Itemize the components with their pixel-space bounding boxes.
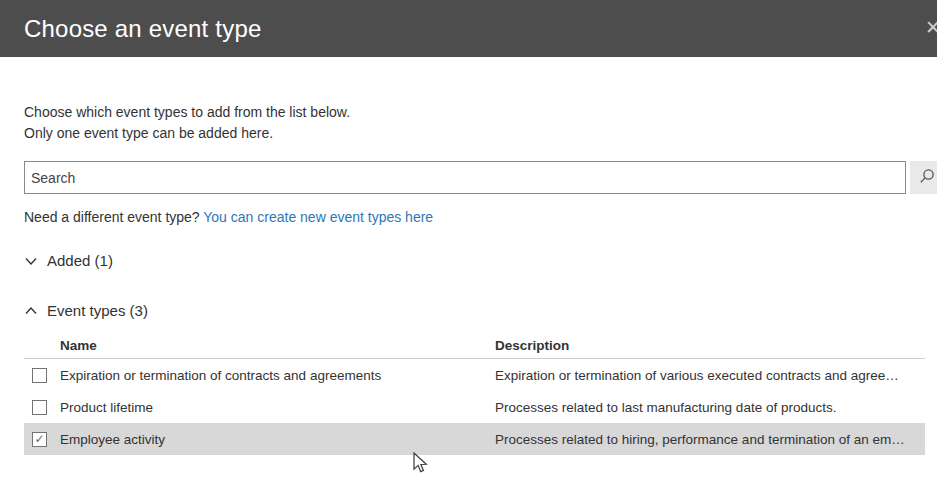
table-header: Name Description xyxy=(24,333,925,359)
close-icon: ✕ xyxy=(925,17,937,38)
row-checkbox[interactable]: ✓ xyxy=(32,368,47,383)
create-event-types-link[interactable]: You can create new event types here xyxy=(203,209,433,225)
search-row xyxy=(24,161,937,194)
search-icon xyxy=(919,168,935,187)
chevron-up-icon xyxy=(24,304,38,318)
row-checkbox[interactable]: ✓ xyxy=(32,400,47,415)
row-name: Expiration or termination of contracts a… xyxy=(60,368,495,383)
section-event-types-label: Event types (3) xyxy=(47,302,148,319)
row-name: Employee activity xyxy=(60,432,495,447)
description-column-header: Description xyxy=(495,338,925,353)
intro-line-1: Choose which event types to add from the… xyxy=(24,102,937,123)
help-line: Need a different event type? You can cre… xyxy=(24,209,937,225)
event-types-table: Name Description ✓ Expiration or termina… xyxy=(24,333,925,455)
choose-event-type-dialog: Choose an event type ✕ Choose which even… xyxy=(0,0,937,481)
name-column-header: Name xyxy=(60,338,495,353)
chevron-down-icon xyxy=(24,254,38,268)
table-row[interactable]: ✓ Product lifetime Processes related to … xyxy=(24,391,925,423)
intro-line-2: Only one event type can be added here. xyxy=(24,123,937,144)
search-input[interactable] xyxy=(24,161,906,194)
dialog-body: Choose which event types to add from the… xyxy=(0,102,937,455)
row-description: Expiration or termination of various exe… xyxy=(495,368,925,383)
close-button[interactable]: ✕ xyxy=(920,14,937,42)
section-added-label: Added (1) xyxy=(47,252,113,269)
table-row[interactable]: ✓ Employee activity Processes related to… xyxy=(24,423,925,455)
table-row[interactable]: ✓ Expiration or termination of contracts… xyxy=(24,359,925,391)
dialog-title: Choose an event type xyxy=(24,15,262,43)
mouse-cursor xyxy=(413,452,428,478)
intro-text: Choose which event types to add from the… xyxy=(24,102,937,144)
row-checkbox[interactable]: ✓ xyxy=(32,432,47,447)
dialog-header: Choose an event type ✕ xyxy=(0,0,937,57)
section-added[interactable]: Added (1) xyxy=(24,252,937,269)
section-event-types[interactable]: Event types (3) xyxy=(24,302,937,319)
row-description: Processes related to last manufacturing … xyxy=(495,400,925,415)
row-description: Processes related to hiring, performance… xyxy=(495,432,925,447)
search-button[interactable] xyxy=(910,161,937,194)
help-text: Need a different event type? xyxy=(24,209,203,225)
row-name: Product lifetime xyxy=(60,400,495,415)
checkmark-icon: ✓ xyxy=(34,433,44,445)
